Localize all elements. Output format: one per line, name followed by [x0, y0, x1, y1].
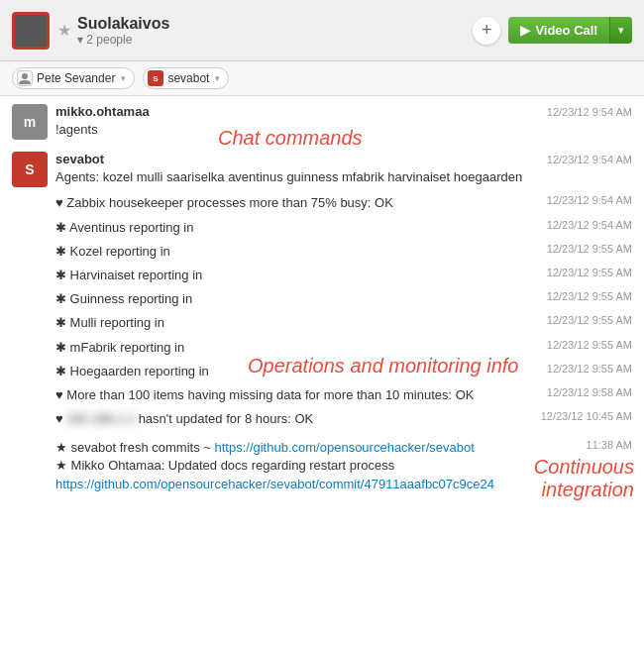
msg-blur-before: ♥ — [55, 411, 66, 426]
annotation-ops: Operations and monitoring info — [248, 355, 519, 377]
sevabot-time: 12/23/12 9:54 AM — [547, 154, 632, 165]
msg-commits-line2: ★ Mikko Ohtamaa: Updated docs regarding … — [55, 457, 394, 475]
msg-commits-link2[interactable]: https://github.com/opensourcehacker/seva… — [55, 477, 494, 491]
msg-harvinaiset-text: ✱ Harvinaiset reporting in — [55, 267, 539, 284]
msg-zabbix-text: ♥ Zabbix housekeeper processes more than… — [55, 194, 539, 212]
video-call-wrapper: ▶ Video Call ▾ — [508, 17, 632, 44]
msg-commits-time: 11:38 AM — [587, 439, 632, 451]
sevabot-header: sevabot 12/23/12 9:54 AM — [55, 152, 632, 166]
video-icon: ▶ — [520, 23, 530, 38]
msg-missing-data-time: 12/23/12 9:58 AM — [547, 386, 632, 398]
msg-mulli-time: 12/23/12 9:55 AM — [547, 314, 632, 326]
room-title: Suolakaivos — [77, 15, 473, 33]
message-group-sevabot: S sevabot 12/23/12 9:54 AM Agents: kozel… — [0, 144, 644, 191]
annotation-ci: Continuous integration — [534, 456, 634, 501]
msg-blur-text: ♥ 192.168.1.1 hasn't updated for 8 hours… — [55, 410, 533, 428]
msg-hoegaarden: ✱ Hoegaarden reporting in 12/23/12 9:55 … — [0, 360, 644, 383]
chat-area: m mikko.ohtamaa 12/23/12 9:54 AM !agents… — [0, 96, 644, 496]
svg-text:S: S — [154, 74, 160, 83]
chat-header: ★ Suolakaivos ▾ 2 people + ▶ Video Call … — [0, 0, 644, 61]
participant-sevabot-chevron: ▾ — [215, 73, 220, 83]
sevabot-text: Agents: kozel mulli saariselka aventinus… — [55, 168, 632, 186]
msg-kozel: ✱ Kozel reporting in 12/23/12 9:55 AM — [0, 240, 644, 264]
msg-aventinus: ✱ Aventinus reporting in 12/23/12 9:54 A… — [0, 216, 644, 240]
add-button[interactable]: + — [473, 17, 500, 45]
mikko-sender: mikko.ohtamaa — [55, 104, 150, 119]
mikko-time: 12/23/12 9:54 AM — [547, 106, 632, 118]
msg-mulli: ✱ Mulli reporting in 12/23/12 9:55 AM — [0, 311, 644, 335]
msg-mfabrik-time: 12/23/12 9:55 AM — [547, 339, 632, 351]
msg-guinness: ✱ Guinness reporting in 12/23/12 9:55 AM — [0, 287, 644, 311]
video-call-button[interactable]: ▶ Video Call — [508, 17, 609, 44]
msg-zabbix-time: 12/23/12 9:54 AM — [547, 194, 632, 206]
msg-mulli-text: ✱ Mulli reporting in — [55, 314, 539, 332]
sevabot-avatar: S — [12, 152, 48, 187]
msg-harvinaiset: ✱ Harvinaiset reporting in 12/23/12 9:55… — [0, 264, 644, 287]
msg-aventinus-time: 12/23/12 9:54 AM — [547, 219, 632, 231]
msg-blur: ♥ 192.168.1.1 hasn't updated for 8 hours… — [0, 407, 644, 431]
favorite-icon[interactable]: ★ — [57, 21, 71, 40]
sevabot-content: sevabot 12/23/12 9:54 AM Agents: kozel m… — [55, 152, 632, 187]
mikko-header: mikko.ohtamaa 12/23/12 9:54 AM — [55, 104, 632, 119]
mikko-avatar: m — [12, 104, 48, 140]
msg-blur-ip: 192.168.1.1 — [66, 410, 135, 428]
msg-hoegaarden-time: 12/23/12 9:55 AM — [547, 363, 632, 375]
msg-aventinus-text: ✱ Aventinus reporting in — [55, 219, 539, 237]
video-call-label: Video Call — [535, 23, 597, 38]
participant-pete-icon — [17, 70, 33, 86]
msg-blur-time: 12/23/12 10:45 AM — [541, 410, 632, 422]
room-info: Suolakaivos ▾ 2 people — [77, 15, 473, 47]
participant-sevabot-name: sevabot — [167, 71, 209, 85]
participant-pete-name: Pete Sevander — [37, 71, 115, 85]
msg-blur-after: hasn't updated for 8 hours: OK — [135, 411, 313, 426]
msg-kozel-text: ✱ Kozel reporting in — [55, 243, 539, 261]
participant-sevabot[interactable]: S sevabot ▾ — [143, 67, 229, 89]
header-actions: + ▶ Video Call ▾ — [473, 17, 632, 45]
msg-missing-data-text: ♥ More than 100 items having missing dat… — [55, 386, 539, 404]
participant-pete[interactable]: Pete Sevander ▾ — [12, 67, 135, 89]
room-subtitle: ▾ 2 people — [77, 33, 473, 47]
svg-point-0 — [22, 73, 28, 79]
sevabot-sender: sevabot — [55, 152, 104, 166]
room-avatar — [12, 12, 50, 50]
participants-bar: Pete Sevander ▾ S sevabot ▾ — [0, 61, 644, 96]
msg-guinness-text: ✱ Guinness reporting in — [55, 290, 539, 308]
msg-commits: ★ sevabot fresh commits ~ https://github… — [0, 431, 644, 496]
msg-harvinaiset-time: 12/23/12 9:55 AM — [547, 267, 632, 278]
msg-commits-line3: https://github.com/opensourcehacker/seva… — [55, 476, 494, 493]
msg-missing-data: ♥ More than 100 items having missing dat… — [0, 383, 644, 407]
msg-commits-link1[interactable]: https://github.com/opensourcehacker/seva… — [214, 440, 474, 455]
msg-commits-line1-text: ★ sevabot fresh commits ~ — [55, 440, 214, 455]
msg-kozel-time: 12/23/12 9:55 AM — [547, 243, 632, 255]
participant-sevabot-icon: S — [148, 70, 163, 86]
msg-commits-line1: ★ sevabot fresh commits ~ https://github… — [55, 439, 579, 457]
msg-commits-line1-row: ★ sevabot fresh commits ~ https://github… — [55, 439, 632, 457]
message-group-mikko: m mikko.ohtamaa 12/23/12 9:54 AM !agents… — [0, 96, 644, 144]
msg-guinness-time: 12/23/12 9:55 AM — [547, 290, 632, 302]
msg-zabbix: ♥ Zabbix housekeeper processes more than… — [0, 191, 644, 215]
participant-pete-chevron: ▾ — [121, 73, 126, 83]
video-call-dropdown-button[interactable]: ▾ — [609, 17, 632, 44]
room-avatar-photo — [15, 15, 47, 47]
